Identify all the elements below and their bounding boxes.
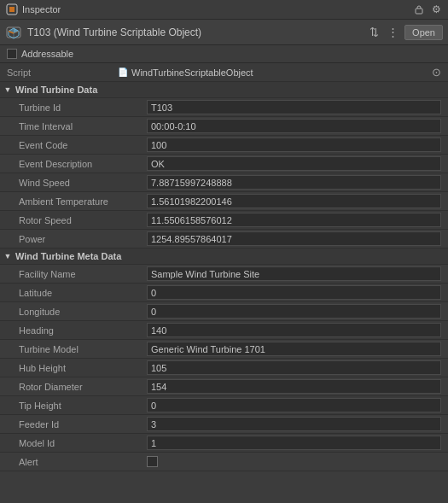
section-triangle-wind-turbine-data: ▼ xyxy=(3,85,12,94)
field-value-wind-turbine-data-5[interactable]: 1.56101982200146 xyxy=(147,194,441,208)
field-checkbox-wind-turbine-meta-data-10[interactable] xyxy=(147,456,158,467)
field-label-wind-turbine-meta-data-1: Latitude xyxy=(19,288,147,298)
field-row: Ambient Temperature1.56101982200146 xyxy=(0,192,448,211)
script-row: Script 📄 WindTurbineScriptableObject ⊙ xyxy=(0,63,448,82)
field-value-wind-turbine-data-6[interactable]: 11.5506158576012 xyxy=(147,213,441,227)
field-row: Time Interval00:00-0:10 xyxy=(0,117,448,136)
field-value-wind-turbine-data-3[interactable]: OK xyxy=(147,156,441,171)
field-row: Turbine ModelGeneric Wind Turbine 1701 xyxy=(0,340,448,359)
field-value-wind-turbine-data-1[interactable]: 00:00-0:10 xyxy=(147,119,441,133)
field-value-wind-turbine-data-0[interactable]: T103 xyxy=(147,100,441,114)
field-value-wind-turbine-meta-data-4[interactable]: Generic Wind Turbine 1701 xyxy=(147,342,441,356)
field-label-wind-turbine-meta-data-0: Facility Name xyxy=(19,269,147,279)
field-row: Latitude0 xyxy=(0,284,448,302)
field-value-wind-turbine-meta-data-5[interactable]: 105 xyxy=(147,360,441,375)
inspector-icon xyxy=(5,3,19,16)
field-value-wind-turbine-meta-data-3[interactable]: 140 xyxy=(147,323,441,337)
field-label-wind-turbine-meta-data-9: Model Id xyxy=(19,438,147,448)
section-triangle-wind-turbine-meta-data: ▼ xyxy=(3,252,12,260)
field-row: Model Id1 xyxy=(0,434,448,453)
script-file-icon: 📄 xyxy=(118,67,128,77)
addressable-label: Addressable xyxy=(21,49,73,59)
field-label-wind-turbine-meta-data-6: Rotor Diameter xyxy=(19,382,147,392)
field-row: Alert xyxy=(0,453,448,471)
field-value-wind-turbine-data-7[interactable]: 1254.89557864017 xyxy=(147,231,441,246)
svg-rect-2 xyxy=(416,9,422,14)
field-row: Tip Height0 xyxy=(0,396,448,415)
component-menu-icon[interactable]: ⋮ xyxy=(386,26,399,38)
field-label-wind-turbine-meta-data-4: Turbine Model xyxy=(19,344,147,354)
field-label-wind-turbine-meta-data-2: Longitude xyxy=(19,307,147,317)
field-row: Hub Height105 xyxy=(0,359,448,377)
component-title: T103 (Wind Turbine Scriptable Object) xyxy=(27,26,367,38)
field-label-wind-turbine-data-7: Power xyxy=(19,234,147,244)
field-label-wind-turbine-meta-data-3: Heading xyxy=(19,325,147,336)
field-label-wind-turbine-meta-data-8: Feeder Id xyxy=(19,419,147,430)
field-label-wind-turbine-data-5: Ambient Temperature xyxy=(19,196,147,207)
field-label-wind-turbine-data-6: Rotor Speed xyxy=(19,215,147,225)
field-label-wind-turbine-meta-data-5: Hub Height xyxy=(19,363,147,373)
field-row: Wind Speed7.88715997248888 xyxy=(0,173,448,192)
field-label-wind-turbine-meta-data-10: Alert xyxy=(19,457,147,467)
field-label-wind-turbine-data-0: Turbine Id xyxy=(19,102,147,113)
section-label-wind-turbine-meta-data: Wind Turbine Meta Data xyxy=(15,251,121,261)
inspector-content: Script 📄 WindTurbineScriptableObject ⊙ ▼… xyxy=(0,63,448,471)
component-settings-icon[interactable]: ⇅ xyxy=(367,26,381,38)
section-header-wind-turbine-data[interactable]: ▼ Wind Turbine Data xyxy=(0,82,448,98)
field-value-wind-turbine-meta-data-0[interactable]: Sample Wind Turbine Site xyxy=(147,266,441,281)
component-header-buttons: ⇅ ⋮ Open xyxy=(367,25,443,40)
field-row: Heading140 xyxy=(0,321,448,340)
svg-rect-1 xyxy=(9,7,15,12)
field-row: Feeder Id3 xyxy=(0,415,448,434)
component-icon xyxy=(5,24,22,41)
field-value-wind-turbine-meta-data-8[interactable]: 3 xyxy=(147,417,441,431)
field-label-wind-turbine-data-3: Event Description xyxy=(19,159,147,169)
field-row: Longitude0 xyxy=(0,302,448,321)
component-header: T103 (Wind Turbine Scriptable Object) ⇅ … xyxy=(0,20,448,45)
field-row: Turbine IdT103 xyxy=(0,98,448,117)
title-bar-label: Inspector xyxy=(22,4,61,15)
field-value-wind-turbine-data-4[interactable]: 7.88715997248888 xyxy=(147,175,441,190)
field-value-wind-turbine-meta-data-6[interactable]: 154 xyxy=(147,379,441,394)
title-bar: Inspector ⚙ xyxy=(0,0,448,20)
addressable-checkbox[interactable] xyxy=(7,49,17,59)
script-value-text: WindTurbineScriptableObject xyxy=(131,67,253,78)
field-row: Event Code100 xyxy=(0,136,448,155)
section-label-wind-turbine-data: Wind Turbine Data xyxy=(15,85,97,95)
field-value-wind-turbine-meta-data-7[interactable]: 0 xyxy=(147,398,441,412)
script-field-value[interactable]: 📄 WindTurbineScriptableObject xyxy=(118,67,432,78)
field-row: Power1254.89557864017 xyxy=(0,230,448,249)
field-value-wind-turbine-meta-data-10[interactable] xyxy=(147,454,441,469)
field-row: Rotor Diameter154 xyxy=(0,377,448,396)
field-row: Facility NameSample Wind Turbine Site xyxy=(0,265,448,284)
field-row: Rotor Speed11.5506158576012 xyxy=(0,211,448,230)
field-label-wind-turbine-data-1: Time Interval xyxy=(19,121,147,132)
field-value-wind-turbine-meta-data-2[interactable]: 0 xyxy=(147,304,441,319)
field-label-wind-turbine-meta-data-7: Tip Height xyxy=(19,401,147,411)
field-value-wind-turbine-meta-data-9[interactable]: 1 xyxy=(147,436,441,450)
open-button[interactable]: Open xyxy=(404,25,443,40)
addressable-row: Addressable xyxy=(0,45,448,63)
field-value-wind-turbine-data-2[interactable]: 100 xyxy=(147,137,441,152)
field-value-wind-turbine-meta-data-1[interactable]: 0 xyxy=(147,285,441,300)
section-header-wind-turbine-meta-data[interactable]: ▼ Wind Turbine Meta Data xyxy=(0,249,448,265)
lock-icon[interactable] xyxy=(412,3,426,16)
field-row: Event DescriptionOK xyxy=(0,155,448,173)
field-label-wind-turbine-data-2: Event Code xyxy=(19,140,147,150)
script-field-label: Script xyxy=(7,67,118,78)
settings-icon[interactable]: ⚙ xyxy=(429,3,443,16)
field-label-wind-turbine-data-4: Wind Speed xyxy=(19,178,147,188)
sections-container: ▼ Wind Turbine Data Turbine IdT103Time I… xyxy=(0,82,448,471)
script-settings-icon[interactable]: ⊙ xyxy=(432,66,441,79)
